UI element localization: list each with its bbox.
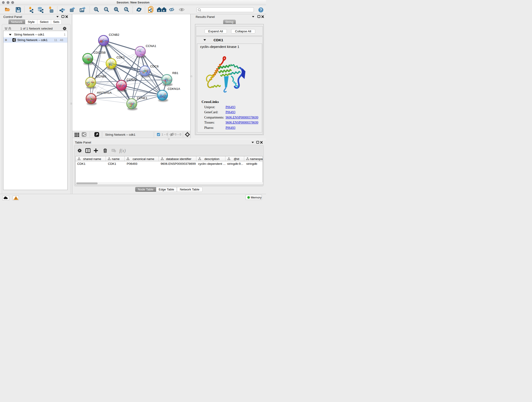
svg-text:name: name (112, 157, 120, 161)
svg-text:CCNB2: CCNB2 (109, 33, 119, 36)
svg-text:String Network – cdk1: String Network – cdk1 (105, 133, 135, 136)
svg-text:HIST1H1A: HIST1H1A (97, 91, 112, 95)
svg-text:CDC6: CDC6 (150, 65, 159, 68)
svg-text:Memory: Memory (251, 196, 262, 199)
svg-text:CDK1: CDK1 (214, 38, 223, 42)
svg-text:?: ? (260, 8, 262, 12)
svg-text:f(x): f(x) (119, 148, 126, 153)
svg-text:@id: @id (234, 157, 239, 161)
svg-text:namespac: namespac (250, 157, 263, 161)
svg-text:description: description (204, 157, 219, 161)
svg-text:canonical name: canonical name (133, 157, 154, 161)
svg-text:CCNA1: CCNA1 (146, 44, 156, 48)
svg-text:1 of 1 Network selected: 1 of 1 Network selected (20, 27, 52, 30)
svg-text:shared name: shared name (83, 157, 101, 161)
svg-text:CCNE1: CCNE1 (137, 96, 147, 100)
svg-text:0 – 0: 0 – 0 (175, 133, 181, 136)
svg-text:CDC25B: CDC25B (94, 51, 106, 54)
svg-text:database identifier: database identifier (166, 157, 191, 161)
svg-text:CCNA2: CCNA2 (127, 78, 137, 81)
svg-text:CDKN1A: CDKN1A (168, 87, 180, 90)
svg-text:RB1: RB1 (172, 71, 178, 75)
svg-text:1 – 0: 1 – 0 (162, 133, 168, 136)
svg-text:CDK1: CDK1 (117, 56, 125, 59)
svg-text:CCNB1: CCNB1 (96, 75, 107, 78)
